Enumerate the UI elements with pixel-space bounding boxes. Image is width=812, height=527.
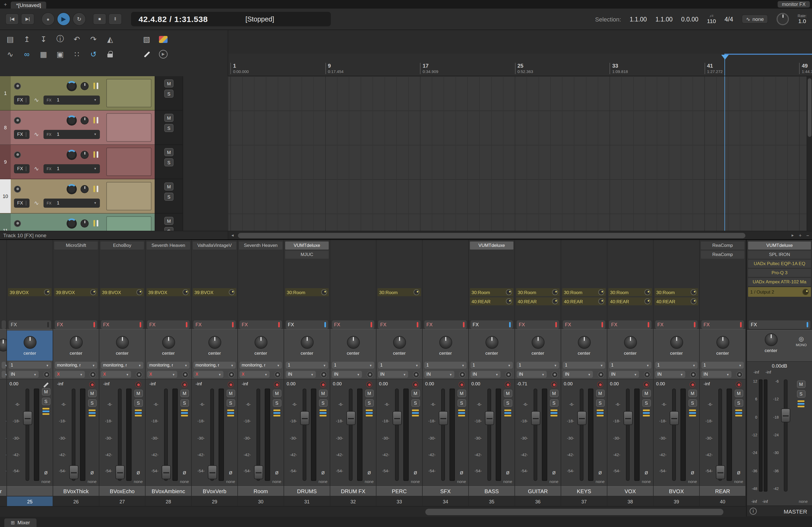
input-dropdown[interactable]: X ▼: [193, 371, 223, 378]
mixer-strip[interactable]: 30:Room40:REAR FX center 1 ▼ IN ▼ 0.00: [654, 240, 700, 506]
timeline-ruler[interactable]: 1 0:00.000 9 0:17.454 17 0:34.909 25 0:5…: [228, 54, 812, 76]
solo-button[interactable]: S: [88, 399, 97, 407]
track-name[interactable]: BASS: [469, 486, 514, 496]
track-number[interactable]: 36: [515, 496, 561, 507]
mixer-strip[interactable]: 30:Room40:REAR FX center 1 ▼ IN ▼ 0.00: [607, 240, 654, 506]
mute-button[interactable]: M: [180, 390, 189, 397]
input-dropdown[interactable]: IN ▼: [378, 371, 408, 378]
mixer-scroll-thumb[interactable]: [425, 509, 723, 515]
channel-mode-dropdown[interactable]: monitoring, r ▼: [240, 362, 282, 369]
horizontal-scrollbar[interactable]: ◂ ▸ + −: [228, 231, 812, 239]
lock-icon[interactable]: [104, 48, 116, 60]
metronome-icon[interactable]: ◭: [104, 33, 116, 45]
automation-mode-icon[interactable]: [320, 381, 326, 388]
mixer-strip[interactable]: VUMTdeluxeMJUC 30:Room FX center 1 ▼ IN …: [284, 240, 330, 506]
envelope-icon[interactable]: ∿: [32, 165, 41, 172]
solo-button[interactable]: S: [319, 399, 327, 407]
track-name[interactable]: r: [0, 486, 6, 496]
fx-slot-dropdown[interactable]: FX 1 ▼: [44, 198, 100, 207]
volume-fader[interactable]: [210, 389, 214, 481]
preview-play-icon[interactable]: ▶: [157, 48, 169, 60]
input-dropdown[interactable]: IN ▼: [517, 371, 547, 378]
volume-fader[interactable]: [72, 389, 75, 481]
phase-invert-button[interactable]: ø: [506, 470, 509, 476]
playrate-knob[interactable]: [777, 13, 789, 25]
record-arm-button[interactable]: [44, 371, 50, 378]
automation-mode-icon[interactable]: [736, 381, 742, 388]
fx-button[interactable]: FX: [14, 95, 30, 104]
fx-button[interactable]: FX: [14, 130, 30, 139]
fx-insert[interactable]: EchoBoy: [100, 241, 144, 250]
solo-button[interactable]: S: [164, 90, 173, 98]
fx-insert[interactable]: VUMTdeluxe: [470, 241, 513, 250]
mixer-strip[interactable]: ReaCompReaComp FX center 1 ▼ IN ▼ -inf: [700, 240, 746, 506]
mixer-strip[interactable]: FX center 1 ▼ IN ▼ 0.00 -6- -18-: [423, 240, 469, 506]
master-pan-knob[interactable]: [765, 333, 777, 346]
send-knob[interactable]: [644, 298, 650, 304]
mute-button[interactable]: M: [164, 148, 173, 156]
fx-insert[interactable]: UADx Pultec EQP-1A EQ: [748, 260, 811, 268]
phase-invert-button[interactable]: ø: [644, 470, 648, 476]
pencil-tool-icon[interactable]: [141, 48, 153, 60]
record-arm-button[interactable]: [505, 371, 512, 378]
track-name[interactable]: GUITAR: [515, 486, 561, 496]
input-dropdown[interactable]: X ▼: [147, 371, 177, 378]
solo-button[interactable]: S: [180, 399, 189, 407]
pan-knob[interactable]: [624, 336, 637, 349]
track-number[interactable]: 38: [607, 496, 653, 507]
channel-mode-dropdown[interactable]: 1 ▼: [517, 362, 559, 369]
track-number[interactable]: 10: [0, 179, 11, 213]
mute-button[interactable]: M: [596, 390, 605, 397]
info-icon[interactable]: i: [750, 508, 757, 515]
track-number[interactable]: 32: [330, 496, 376, 507]
send-knob[interactable]: [644, 289, 650, 295]
track-name[interactable]: REAR: [700, 486, 745, 496]
solo-button[interactable]: S: [735, 399, 743, 407]
automation-mode-icon[interactable]: [690, 381, 695, 388]
fx-button[interactable]: FX: [240, 320, 282, 329]
send-knob[interactable]: [506, 289, 512, 295]
phase-invert-button[interactable]: ø: [229, 470, 232, 476]
zoom-in-icon[interactable]: +: [797, 232, 803, 238]
fx-button[interactable]: FX: [101, 320, 143, 329]
pan-knob[interactable]: [208, 336, 221, 349]
input-dropdown[interactable]: X ▼: [101, 371, 131, 378]
channel-mode-dropdown[interactable]: 1 ▼: [470, 362, 513, 369]
phase-invert-button[interactable]: ø: [321, 470, 325, 476]
automation-mode-icon[interactable]: [182, 381, 187, 388]
send-knob[interactable]: [321, 289, 327, 295]
pan-knob[interactable]: [81, 116, 89, 124]
fx-slot-dropdown[interactable]: FX 1 ▼: [44, 130, 100, 139]
master-strip[interactable]: VUMTdeluxe SPL IRON UADx Pultec EQP-1A E…: [746, 240, 812, 516]
send-slot[interactable]: 40:REAR: [516, 297, 560, 305]
mixer-strip[interactable]: 39:BVOX FX center 1 ▼ IN ▼ 0.00 -6-: [7, 240, 53, 506]
master-fx-button[interactable]: FX: [749, 320, 810, 329]
send-knob[interactable]: [229, 289, 235, 295]
new-tab-button[interactable]: +: [2, 1, 9, 7]
volume-knob[interactable]: [67, 218, 77, 228]
track-name[interactable]: BVoxThick: [53, 486, 99, 496]
send-slot[interactable]: 39:BVOX: [8, 288, 52, 296]
record-arm-button[interactable]: [413, 371, 419, 378]
track-panel[interactable]: 10 FX ∿ FX 1 ▼: [0, 179, 155, 214]
marquee-select-icon[interactable]: ▧: [141, 33, 153, 45]
theme-color-icon[interactable]: [157, 33, 169, 45]
input-dropdown[interactable]: ▼: [2, 371, 6, 378]
track-name[interactable]: PERC: [376, 486, 422, 496]
volume-fader[interactable]: [441, 389, 445, 481]
automation-mode-icon[interactable]: [597, 381, 603, 388]
track-name[interactable]: VOX: [607, 486, 653, 496]
fader-handle[interactable]: [577, 411, 586, 425]
fader-handle[interactable]: [669, 411, 679, 425]
solo-button[interactable]: S: [457, 399, 466, 407]
selection-start[interactable]: 1.1.00: [630, 16, 647, 22]
volume-fader[interactable]: [672, 389, 676, 481]
fx-insert[interactable]: ReaComp: [701, 251, 744, 259]
mixer-strip[interactable]: 30:Room FX center 1 ▼ IN ▼ 0.00 -6-: [376, 240, 423, 506]
track-number[interactable]: 28: [146, 496, 191, 507]
track-name[interactable]: BVoxVerb: [192, 486, 237, 496]
fx-button[interactable]: FX: [563, 320, 605, 329]
track-number[interactable]: 8: [0, 110, 11, 144]
fx-button[interactable]: FX: [655, 320, 698, 329]
phase-invert-button[interactable]: ø: [367, 470, 371, 476]
